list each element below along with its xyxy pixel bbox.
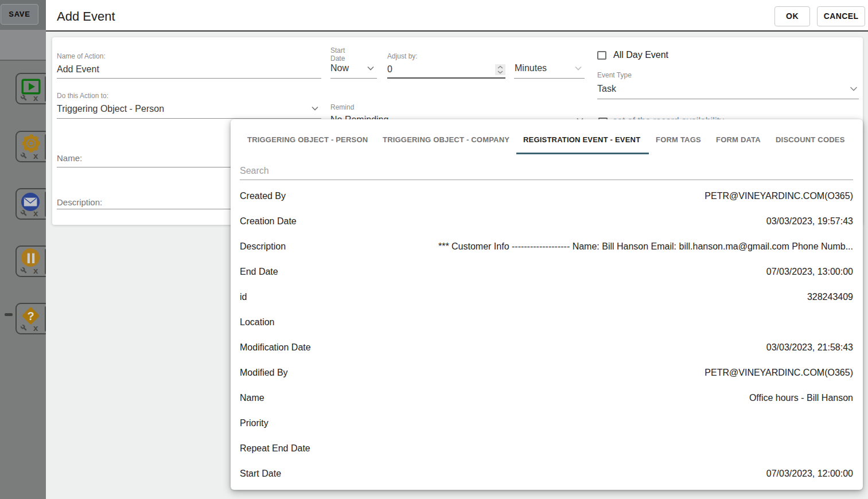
svg-text:?: ?: [27, 310, 34, 322]
